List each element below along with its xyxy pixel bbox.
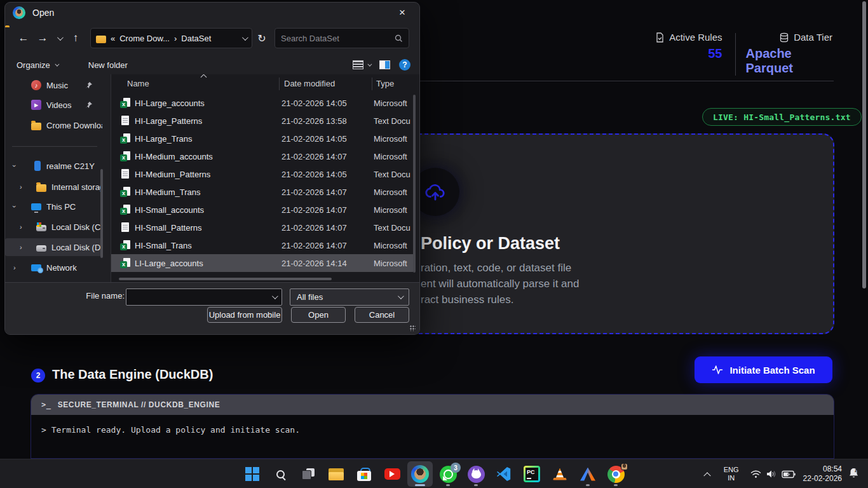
file-name-input[interactable] [132,292,272,302]
file-row[interactable]: HI-Small_Patterns21-02-2026 14:07Text Do… [111,219,413,236]
sidebar-item-local-disk-c[interactable]: › Local Disk (C:) [5,218,102,236]
horizontal-scrollbar-thumb[interactable] [119,278,332,280]
new-folder-label: New folder [88,60,128,70]
dialog-title-bar[interactable]: Open × [5,3,419,23]
organize-menu[interactable]: Organize [17,60,58,70]
breadcrumb-root[interactable]: Crome Dow... [119,34,170,43]
file-name-label: File name: [71,291,125,301]
column-header-date[interactable]: Date modified [284,79,335,88]
clock[interactable]: 08:54 22-02-2026 [803,464,842,484]
search-box[interactable] [275,28,409,48]
file-rows: HI-Large_accounts21-02-2026 14:05Microso… [111,94,413,272]
column-separator[interactable] [372,78,372,90]
file-row[interactable]: HI-Medium_Patterns21-02-2026 14:05Text D… [111,165,413,183]
column-header-name[interactable]: Name [127,79,149,88]
microsoft-store-button[interactable] [350,461,378,487]
breadcrumb[interactable]: « Crome Dow... › DataSet [90,28,252,48]
file-row[interactable]: HI-Large_Patterns21-02-2026 13:58Text Do… [111,112,413,130]
text-file-icon [120,116,130,126]
drive-icon [36,245,46,252]
running-indicator [586,484,590,486]
file-name: HI-Medium_Patterns [135,170,281,179]
forward-button[interactable]: → [33,32,52,44]
cancel-button[interactable]: Cancel [355,307,409,323]
taskbar-search-button[interactable] [266,461,294,487]
file-type: Microsoft [374,205,413,215]
sidebar-scrollbar-thumb[interactable] [100,169,103,258]
file-name-caret-icon[interactable] [272,293,278,299]
breadcrumb-current[interactable]: DataSet [181,34,211,43]
dialog-toolbar: Organize New folder ? [5,55,419,74]
file-row[interactable]: HI-Small_accounts21-02-2026 14:07Microso… [111,201,413,219]
search-input[interactable] [281,34,395,43]
upload-from-mobile-button[interactable]: Upload from mobile [207,307,282,323]
chevron-expanded-icon[interactable]: › [11,165,18,167]
monitor-icon [31,203,41,210]
active-rules-label: Active Rules [669,32,722,43]
sidebar-item-music[interactable]: ♪ Music [5,76,102,94]
help-icon[interactable]: ? [399,59,410,71]
recent-locations-chevron-icon[interactable] [52,34,66,43]
whatsapp-button[interactable]: 3 [434,461,462,487]
details-view-icon[interactable] [353,60,363,69]
youtube-button[interactable] [378,461,406,487]
file-row[interactable]: HI-Small_Trans21-02-2026 14:07Microsoft [111,236,413,254]
github-button[interactable] [462,461,490,487]
file-type-select[interactable]: All files [290,288,409,306]
views-caret-icon[interactable] [367,62,372,66]
sidebar-item-videos[interactable]: ▶ Videos [5,96,102,114]
file-type: Microsoft [374,259,413,268]
file-type: Microsoft [374,187,413,197]
excel-file-icon [120,133,130,144]
close-icon[interactable]: × [393,5,412,20]
preview-pane-icon[interactable] [379,60,390,69]
file-row[interactable]: HI-Medium_accounts21-02-2026 14:07Micros… [111,147,413,165]
back-button[interactable]: ← [14,32,33,44]
file-row-selected[interactable]: LI-Large_accounts21-02-2026 14:14Microso… [111,254,413,272]
file-row[interactable]: HI-Large_accounts21-02-2026 14:05Microso… [111,94,413,112]
sidebar-item-internal-storage[interactable]: › Internal storag [5,178,102,196]
sidebar-item-local-disk-d[interactable]: › Local Disk (D:) [5,238,102,256]
column-separator[interactable] [279,78,280,90]
open-button[interactable]: Open [291,307,346,323]
file-name-combobox[interactable] [126,288,282,306]
sidebar-item-this-pc[interactable]: › This PC [5,198,102,215]
page-scrollbar-thumb[interactable] [862,1,866,288]
terminal-line: > Terminal ready. Upload a policy and in… [41,425,300,435]
start-button[interactable] [238,461,266,487]
task-view-button[interactable] [294,461,322,487]
tray-status-icons[interactable] [750,470,796,478]
hidden-icons-chevron-icon[interactable] [703,472,710,479]
chrome-button[interactable] [602,461,630,487]
chevron-collapsed-icon[interactable]: › [13,264,16,271]
chevron-collapsed-icon[interactable]: › [20,223,22,231]
resize-grip[interactable] [410,325,416,331]
file-row[interactable]: HI-Medium_Trans21-02-2026 14:07Microsoft [111,183,413,201]
taskbar: 3 PC ENG IN 08:54 22-02-2026 z [0,459,868,488]
language-indicator[interactable]: ENG IN [724,466,739,482]
gradient-a-app-button[interactable] [574,461,602,487]
refresh-button[interactable]: ↻ [252,32,271,44]
vscode-button[interactable] [490,461,518,487]
file-explorer-button[interactable] [322,461,350,487]
breadcrumb-collapse[interactable]: « [111,34,115,43]
initiate-batch-scan-button[interactable]: Initiate Batch Scan [695,356,832,383]
column-header-type[interactable]: Type [376,79,394,88]
vertical-scrollbar-thumb[interactable] [413,95,416,273]
sidebar-item-network[interactable]: › Network [5,259,102,276]
pycharm-button[interactable]: PC [518,461,546,487]
chevron-expanded-icon[interactable]: › [11,205,18,208]
chevron-collapsed-icon[interactable]: › [20,183,22,191]
address-dropdown-icon[interactable] [242,34,248,41]
notification-bell-icon[interactable]: z [848,467,859,481]
file-type: Text Docu [374,170,413,179]
up-button[interactable]: ↑ [66,32,85,44]
new-folder-button[interactable]: New folder [88,60,128,70]
file-row[interactable]: HI-Large_Trans21-02-2026 14:05Microsoft [111,130,413,147]
vlc-button[interactable] [546,461,574,487]
sidebar-item-realme-phone[interactable]: › realme C21Y [5,157,102,175]
tray-date: 22-02-2026 [803,474,842,484]
edge-button-active[interactable] [407,461,433,487]
chevron-collapsed-icon[interactable]: › [20,243,22,251]
sidebar-item-crome-downloads[interactable]: Crome Downloa [5,116,102,134]
